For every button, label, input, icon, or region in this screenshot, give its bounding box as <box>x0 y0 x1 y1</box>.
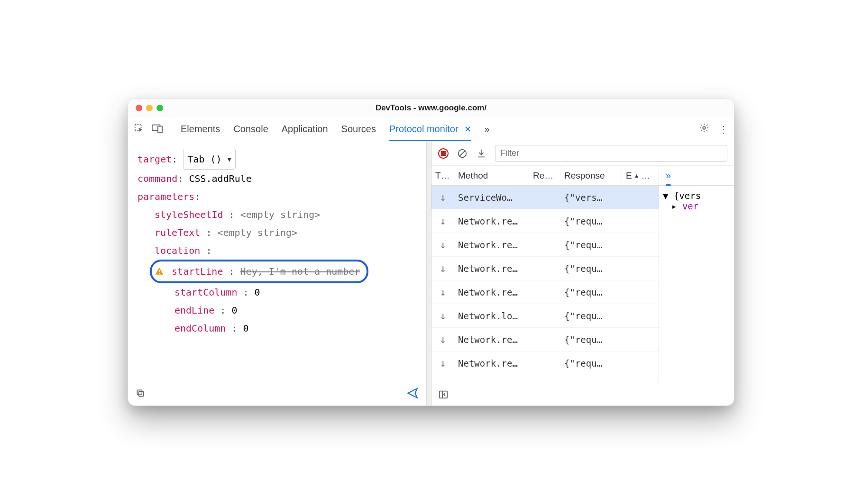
clear-log-icon[interactable] <box>457 148 468 159</box>
log-toolbar <box>431 141 734 166</box>
target-select[interactable]: Tab () ▼ <box>183 149 236 170</box>
validation-highlight: startLine : Hey, I'm not a number <box>150 260 368 283</box>
detail-tree: ▼ {vers ▸ ver <box>659 186 734 383</box>
tree-child[interactable]: ▸ ver <box>663 201 730 211</box>
type-cell: ↓ <box>431 262 454 274</box>
method-cell: Network.lo… <box>454 311 529 321</box>
toggle-sidebar-icon[interactable] <box>438 389 449 400</box>
response-cell: {"requ… <box>560 216 622 226</box>
tab-console[interactable]: Console <box>233 117 268 141</box>
target-label: target <box>138 153 172 165</box>
maximize-window-button[interactable] <box>156 105 163 111</box>
response-cell: {"requ… <box>560 358 622 369</box>
log-footer <box>431 383 734 405</box>
titlebar: DevTools - www.google.com/ <box>128 99 734 117</box>
protocol-log-pane: T… Method Re… Response E▲… ↓ServiceWo…{"… <box>431 141 734 405</box>
table-row[interactable]: ↓Network.re…{"requ… <box>431 257 659 280</box>
param-endline[interactable]: endLine : 0 <box>138 301 417 319</box>
arrow-down-icon: ↓ <box>435 215 450 227</box>
pane-resizer[interactable] <box>427 141 431 405</box>
close-window-button[interactable] <box>136 105 142 111</box>
record-button[interactable] <box>438 148 449 159</box>
tabs-overflow-button[interactable]: » <box>485 117 490 141</box>
tab-application[interactable]: Application <box>282 117 328 141</box>
more-menu-icon[interactable]: ⋮ <box>719 124 728 135</box>
method-cell: Network.re… <box>454 358 529 369</box>
svg-rect-2 <box>158 126 162 133</box>
copy-icon[interactable] <box>136 388 145 400</box>
param-endcolumn[interactable]: endColumn : 0 <box>138 319 417 337</box>
log-body: T… Method Re… Response E▲… ↓ServiceWo…{"… <box>431 166 734 383</box>
param-startcolumn[interactable]: startColumn : 0 <box>138 283 417 301</box>
device-toolbar-icon[interactable] <box>152 123 163 135</box>
param-ruletext[interactable]: ruleText : <empty_string> <box>138 224 417 242</box>
window-title: DevTools - www.google.com/ <box>376 103 486 113</box>
col-response[interactable]: Response <box>560 166 622 185</box>
settings-icon[interactable] <box>699 123 709 135</box>
tree-root[interactable]: ▼ {vers <box>663 190 730 201</box>
table-row[interactable]: ↓Network.re…{"requ… <box>431 233 659 257</box>
parameters-row: parameters: <box>138 188 417 206</box>
type-cell: ↓ <box>431 191 454 203</box>
col-request[interactable]: Re… <box>529 166 560 185</box>
arrow-down-icon: ↓ <box>435 262 450 274</box>
response-cell: {"requ… <box>560 287 622 297</box>
target-row: target: Tab () ▼ <box>138 149 417 170</box>
detail-pane: » ▼ {vers ▸ ver <box>659 166 734 383</box>
traffic-lights <box>136 105 163 111</box>
response-cell: {"requ… <box>560 240 622 250</box>
warning-icon <box>155 264 164 273</box>
response-cell: {"requ… <box>560 334 622 345</box>
command-label: command <box>138 173 177 184</box>
table-body: ↓ServiceWo…{"vers…↓Network.re…{"requ…↓Ne… <box>431 186 659 383</box>
param-startline-row[interactable]: startLine : Hey, I'm not a number <box>138 260 417 283</box>
tab-protocol-monitor-label: Protocol monitor <box>389 124 459 135</box>
download-icon[interactable] <box>476 148 486 159</box>
col-elapsed[interactable]: E▲… <box>622 166 651 185</box>
send-command-icon[interactable] <box>406 387 419 402</box>
type-cell: ↓ <box>431 239 454 251</box>
tabbar-left-tools <box>134 117 171 141</box>
table-row[interactable]: ↓Network.re…{"requ… <box>431 328 659 351</box>
tab-elements[interactable]: Elements <box>181 117 220 141</box>
table-row[interactable]: ↓Network.lo…{"requ… <box>431 304 659 328</box>
table-row[interactable]: ↓ServiceWo…{"vers… <box>431 186 659 209</box>
command-editor-pane: target: Tab () ▼ command: CSS.addRule pa… <box>128 141 427 405</box>
tab-protocol-monitor[interactable]: Protocol monitor ✕ <box>389 117 471 141</box>
method-cell: Network.re… <box>454 263 529 274</box>
close-tab-icon[interactable]: ✕ <box>464 124 471 135</box>
arrow-down-icon: ↓ <box>435 191 450 203</box>
type-cell: ↓ <box>431 310 454 322</box>
arrow-down-icon: ↓ <box>435 310 450 322</box>
method-cell: Network.re… <box>454 334 529 345</box>
command-value[interactable]: CSS.addRule <box>189 173 251 184</box>
table-row[interactable]: ↓Network.re…{"requ… <box>431 280 659 304</box>
main-content: target: Tab () ▼ command: CSS.addRule pa… <box>128 141 734 405</box>
detail-overflow-tab[interactable]: » <box>666 170 671 181</box>
svg-point-3 <box>703 126 706 129</box>
tab-sources[interactable]: Sources <box>341 117 376 141</box>
col-method[interactable]: Method <box>454 166 529 185</box>
type-cell: ↓ <box>431 215 454 227</box>
inspect-element-icon[interactable] <box>134 123 144 135</box>
minimize-window-button[interactable] <box>146 105 153 111</box>
invalid-value: Hey, I'm not a number <box>240 266 360 277</box>
param-location: location : <box>138 242 417 260</box>
detail-tabs: » <box>659 166 734 186</box>
method-cell: Network.re… <box>454 240 529 250</box>
response-cell: {"requ… <box>560 311 622 321</box>
main-tabbar: Elements Console Application Sources Pro… <box>128 117 734 141</box>
devtools-window: DevTools - www.google.com/ Elements Cons… <box>128 98 734 406</box>
type-cell: ↓ <box>431 357 454 369</box>
table-row[interactable]: ↓Network.re…{"requ… <box>431 209 659 233</box>
arrow-down-icon: ↓ <box>435 239 450 251</box>
filter-input[interactable] <box>495 145 727 162</box>
tabbar-right: ⋮ <box>693 117 728 141</box>
param-stylesheetid[interactable]: styleSheetId : <empty_string> <box>138 206 417 224</box>
svg-rect-6 <box>139 392 144 396</box>
col-type[interactable]: T… <box>431 166 454 185</box>
table-row[interactable]: ↓Network.re…{"requ… <box>431 351 659 375</box>
svg-rect-7 <box>137 390 142 395</box>
sort-asc-icon: ▲ <box>634 172 640 179</box>
type-cell: ↓ <box>431 286 454 298</box>
